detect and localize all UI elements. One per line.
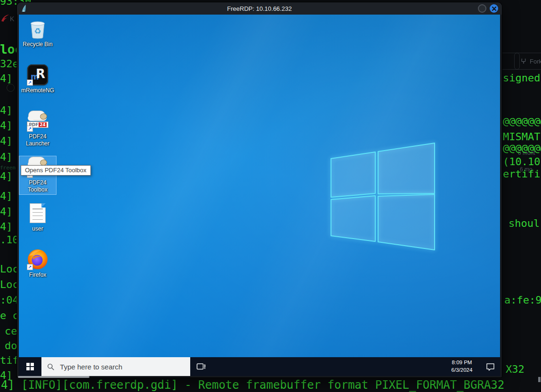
terminal-scrollbar[interactable] <box>538 377 541 382</box>
user-document-icon <box>27 202 48 224</box>
fork-icon <box>520 58 527 64</box>
terminal-fragment: :04 <box>0 295 19 305</box>
terminal-log-line: 4] [INFO][com.freerdp.gdi] - Remote fram… <box>1 379 504 391</box>
mremoteng-icon: m R ↗ <box>27 64 48 86</box>
terminal-fragment: 4] <box>0 136 13 146</box>
terminal-fragment: 4] <box>0 191 13 201</box>
terminal-fragment: e c <box>0 311 19 321</box>
terminal-fragment: 4] <box>0 171 13 182</box>
recycle-bin-icon: ♻ <box>27 18 48 40</box>
window-controls <box>478 4 498 13</box>
terminal-fragment: 4] <box>0 120 13 131</box>
kali-logo-icon <box>1 14 9 23</box>
task-view-icon <box>196 362 206 371</box>
terminal-fragment: tif <box>0 355 19 366</box>
pdf24-logo-24: 24 <box>39 122 47 127</box>
background-circle-icon <box>7 84 15 92</box>
fork-button: Fork <box>514 53 541 70</box>
shortcut-arrow-icon: ↗ <box>27 126 33 132</box>
terminal-fragment: @@@@@@@ <box>503 116 541 127</box>
terminal-fragment: Loc <box>0 280 19 290</box>
terminal-fragment: do <box>5 341 17 351</box>
terminal-fragment: @@@@@@@ <box>503 143 541 153</box>
terminal-fragment: 4] <box>0 105 13 116</box>
desktop-icon-recycle-bin[interactable]: ♻ Recycle Bin <box>19 18 56 48</box>
terminal-fragment: (10.10 <box>503 157 540 167</box>
taskbar-empty-area <box>212 357 444 376</box>
start-button[interactable] <box>19 357 41 376</box>
desktop-icon-label: Toolbox <box>28 186 47 193</box>
close-icon <box>492 7 496 11</box>
terminal-fragment: ce <box>5 326 17 336</box>
desktop-icon-label: Firefox <box>29 272 47 279</box>
window-titlebar[interactable]: FreeRDP: 10.10.66.232 <box>17 2 502 15</box>
remote-desktop[interactable]: ♻ Recycle Bin m R ↗ mRemoteNG <box>19 15 500 376</box>
desktop-icon-mremoteng[interactable]: m R ↗ mRemoteNG <box>19 64 56 94</box>
terminal-fragment: 4] <box>0 152 13 162</box>
shortcut-arrow-icon: ↗ <box>27 80 33 86</box>
close-button[interactable] <box>490 4 498 13</box>
terminal-fragment: .10 <box>0 235 19 245</box>
taskbar: 8:09 PM 6/3/2024 <box>19 357 500 376</box>
terminal-fragment: 4] <box>0 73 13 84</box>
svg-text:♻: ♻ <box>34 26 41 36</box>
tooltip: Opens PDF24 Toolbox <box>21 165 91 176</box>
terminal-fragment: X32 <box>506 364 525 375</box>
search-input[interactable] <box>59 362 185 371</box>
taskbar-clock[interactable]: 8:09 PM 6/3/2024 <box>444 357 480 376</box>
clock-time: 8:09 PM <box>452 359 472 367</box>
search-icon <box>47 363 54 371</box>
fork-label: Fork <box>530 58 541 65</box>
terminal-fragment: Loc <box>0 264 19 274</box>
terminal-fragment: 4] <box>0 222 13 232</box>
desktop-icon-pdf24-launcher[interactable]: PDF24 ↗ PDF24 Launcher <box>19 110 56 147</box>
desktop-icon-user[interactable]: user <box>19 202 56 232</box>
mremoteng-logo-r: R <box>36 67 45 81</box>
background-text: K <box>10 15 14 23</box>
desktop-icon-firefox[interactable]: ↗ Firefox <box>19 248 56 279</box>
pdf24-launcher-icon: PDF24 ↗ <box>27 110 48 132</box>
desktop-icon-label: PDF24 <box>29 133 46 140</box>
terminal-fragment: signed <box>503 73 540 83</box>
shortcut-arrow-icon: ↗ <box>27 264 33 270</box>
window-title: FreeRDP: 10.10.66.232 <box>17 5 502 12</box>
task-view-button[interactable] <box>190 357 212 376</box>
freerdp-window: FreeRDP: 10.10.66.232 <box>17 2 502 377</box>
windows-wallpaper-logo <box>324 140 446 260</box>
desktop-icon-label: Launcher <box>26 140 49 147</box>
terminal-fragment: shoul <box>509 218 540 229</box>
window-bottom-edge <box>18 376 89 378</box>
desktop-icon-label: Recycle Bin <box>23 41 52 48</box>
terminal-fragment: 4] <box>0 207 13 217</box>
desktop-icon-label: PDF24 <box>29 179 46 186</box>
action-center-button[interactable] <box>480 357 500 376</box>
terminal-fragment: MISMAT <box>503 132 540 142</box>
firefox-icon: ↗ <box>27 248 48 270</box>
terminal-fragment: ertifi <box>503 169 540 179</box>
desktop-icon-label: user <box>32 225 43 232</box>
clock-date: 6/3/2024 <box>452 367 473 374</box>
minimize-button[interactable] <box>478 4 486 13</box>
windows-start-icon <box>26 363 34 370</box>
terminal-fragment: a:fe:9 <box>504 295 541 305</box>
desktop-icon-label: mRemoteNG <box>21 87 54 94</box>
action-center-icon <box>486 363 495 371</box>
taskbar-search[interactable] <box>41 357 190 376</box>
terminal-fragment: 32e <box>0 59 19 69</box>
